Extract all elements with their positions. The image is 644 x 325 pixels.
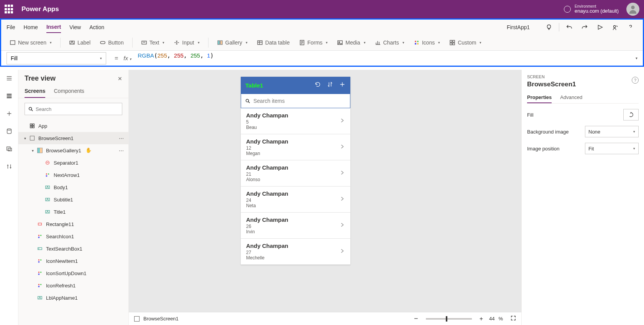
- share-icon[interactable]: [608, 20, 622, 34]
- forms-button[interactable]: Forms▾: [296, 38, 331, 47]
- search-icon: [245, 98, 250, 104]
- tree-search-input[interactable]: [36, 106, 119, 112]
- tree-list: App▾BrowseScreen1⋯▾BrowseGallery1⋯✋Separ…: [18, 120, 128, 325]
- sort-icon[interactable]: [327, 81, 334, 89]
- svg-rect-2: [10, 41, 15, 45]
- gallery-item[interactable]: Andy Champan26Irvin: [241, 213, 350, 239]
- tab-properties[interactable]: Properties: [527, 92, 552, 103]
- brand-name: Power Apps: [21, 5, 59, 13]
- tree-node-app[interactable]: App: [18, 120, 128, 132]
- formula-bar: Fill▾ = fx ▾ RGBA(255, 255, 255, 1) ▾: [1, 50, 643, 66]
- tree-node-body1[interactable]: Body1: [18, 181, 128, 193]
- redo-icon[interactable]: [578, 20, 591, 34]
- menu-action[interactable]: Action: [89, 22, 104, 33]
- tree-node-separator1[interactable]: Separator1: [18, 157, 128, 169]
- property-selector[interactable]: Fill▾: [7, 52, 106, 64]
- command-area: File Home Insert View Action FirstApp1 N…: [0, 18, 644, 67]
- svg-rect-22: [8, 148, 12, 151]
- bgimage-select[interactable]: None▾: [585, 126, 639, 137]
- phone-title: Table1: [245, 82, 309, 89]
- gallery-item[interactable]: Andy Champan21Alonso: [241, 160, 350, 186]
- preview-icon[interactable]: [593, 20, 607, 34]
- status-bar: BrowseScreen1 − + 44 %: [129, 312, 521, 325]
- chevron-right-icon[interactable]: [340, 170, 345, 177]
- tree-node-textsearchbox1[interactable]: TextSearchBox1: [18, 243, 128, 255]
- menu-insert[interactable]: Insert: [46, 21, 61, 33]
- canvas[interactable]: Table1 Andy Champan5BeauAndy Champan12Me…: [129, 70, 521, 325]
- chevron-right-icon[interactable]: [340, 118, 345, 125]
- environment-picker[interactable]: Environment enayu.com (default): [564, 4, 619, 14]
- new-screen-button[interactable]: New screen▾: [7, 38, 55, 47]
- tree-node-nextarrow1[interactable]: NextArrow1: [18, 169, 128, 181]
- formula-input[interactable]: RGBA(255, 255, 255, 1): [134, 52, 630, 64]
- tree-node-lblappname1[interactable]: LblAppName1: [18, 292, 128, 304]
- rail-media-icon[interactable]: [5, 144, 14, 153]
- tree-node-browsescreen1[interactable]: ▾BrowseScreen1⋯: [18, 132, 128, 144]
- zoom-in-button[interactable]: +: [480, 315, 483, 322]
- media-button[interactable]: Media▾: [334, 38, 368, 47]
- button-button[interactable]: Button: [97, 38, 127, 47]
- add-icon[interactable]: [339, 81, 346, 89]
- close-panel-icon[interactable]: ✕: [118, 76, 122, 82]
- text-button[interactable]: Text▾: [138, 38, 168, 47]
- charts-button[interactable]: Charts▾: [372, 38, 407, 47]
- fit-to-window-icon[interactable]: [511, 315, 516, 322]
- svg-rect-5: [142, 41, 146, 44]
- app-launcher-icon[interactable]: [5, 5, 14, 14]
- icons-button[interactable]: Icons▾: [411, 38, 443, 47]
- gallery-item[interactable]: Andy Champan5Beau: [241, 108, 350, 134]
- fx-button[interactable]: fx ▾: [121, 55, 134, 61]
- tree-node-subtitle1[interactable]: Subtitle1: [18, 193, 128, 206]
- chevron-right-icon[interactable]: [340, 222, 345, 229]
- prop-help-icon[interactable]: ?: [632, 77, 639, 84]
- chevron-right-icon[interactable]: [340, 196, 345, 203]
- tree-node-iconrefresh1[interactable]: IconRefresh1: [18, 279, 128, 292]
- rail-advanced-tools-icon[interactable]: [5, 162, 14, 171]
- menu-view[interactable]: View: [69, 22, 81, 33]
- tree-node-title1[interactable]: Title1: [18, 206, 128, 218]
- tree-search-box[interactable]: [25, 103, 122, 115]
- help-icon[interactable]: [624, 20, 637, 34]
- tree-node-browsegallery1[interactable]: ▾BrowseGallery1⋯✋: [18, 144, 128, 157]
- tree-node-rectangle11[interactable]: Rectangle11: [18, 218, 128, 230]
- svg-rect-27: [33, 126, 34, 128]
- tab-advanced[interactable]: Advanced: [560, 92, 582, 103]
- gallery-button[interactable]: Gallery▾: [214, 38, 251, 47]
- svg-rect-48: [38, 286, 40, 287]
- tree-view-title: Tree view: [25, 74, 56, 82]
- chevron-right-icon[interactable]: [340, 144, 345, 151]
- tree-node-searchicon1[interactable]: SearchIcon1: [18, 230, 128, 243]
- phone-preview[interactable]: Table1 Andy Champan5BeauAndy Champan12Me…: [241, 77, 350, 265]
- zoom-out-button[interactable]: −: [414, 315, 418, 323]
- tab-components[interactable]: Components: [54, 85, 84, 98]
- rail-data-icon[interactable]: [5, 127, 14, 136]
- rail-hamburger-icon[interactable]: [5, 74, 14, 83]
- phone-search-input[interactable]: [253, 98, 346, 104]
- input-button[interactable]: Input▾: [171, 38, 202, 47]
- prop-imgpos-label: Image position: [527, 146, 560, 152]
- tree-node-iconsortupdown1[interactable]: IconSortUpDown1: [18, 267, 128, 279]
- data-table-button[interactable]: Data table: [254, 38, 293, 47]
- chevron-right-icon[interactable]: [340, 248, 345, 255]
- tab-screens[interactable]: Screens: [25, 85, 45, 98]
- gallery-item[interactable]: Andy Champan27Mechelle: [241, 239, 350, 265]
- custom-button[interactable]: Custom▾: [446, 38, 485, 47]
- zoom-slider[interactable]: [426, 318, 472, 320]
- imgpos-select[interactable]: Fit▾: [585, 143, 639, 154]
- rail-tree-view-icon[interactable]: [5, 91, 14, 101]
- menu-file[interactable]: File: [7, 22, 15, 33]
- undo-icon[interactable]: [562, 20, 576, 34]
- expand-formula-icon[interactable]: ▾: [630, 56, 643, 60]
- gallery-item[interactable]: Andy Champan12Megan: [241, 134, 350, 160]
- rail-insert-icon[interactable]: [5, 109, 14, 118]
- label-button[interactable]: Label: [66, 38, 94, 47]
- refresh-icon[interactable]: [314, 81, 321, 89]
- app-checker-icon[interactable]: [542, 20, 556, 34]
- tree-node-iconnewitem1[interactable]: IconNewItem1: [18, 255, 128, 267]
- svg-rect-14: [415, 43, 416, 45]
- user-avatar[interactable]: [626, 3, 639, 16]
- phone-search[interactable]: [241, 94, 350, 108]
- gallery-item[interactable]: Andy Champan24Neta: [241, 186, 350, 213]
- fill-color-button[interactable]: [623, 109, 639, 120]
- menu-home[interactable]: Home: [24, 22, 38, 33]
